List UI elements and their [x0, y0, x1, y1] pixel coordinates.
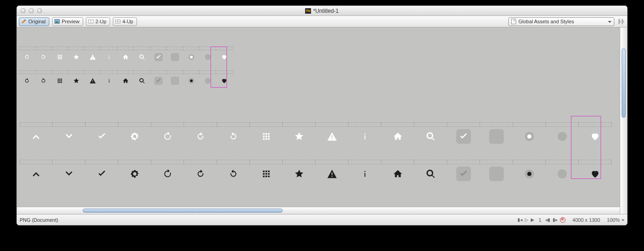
square-sprite[interactable] — [480, 164, 513, 183]
first-page-button[interactable]: ▮◂ — [517, 217, 523, 222]
grip-sprite[interactable] — [52, 50, 68, 64]
close-window-button[interactable] — [21, 8, 26, 13]
info-sprite[interactable] — [101, 50, 117, 64]
check-sprite[interactable] — [85, 164, 118, 183]
grip-sprite[interactable] — [52, 74, 68, 88]
info-sprite[interactable] — [101, 74, 117, 88]
refresh-sprite[interactable] — [151, 164, 184, 183]
minimize-window-button[interactable] — [29, 8, 34, 13]
chev-up-sprite[interactable] — [20, 127, 53, 146]
titlebar: Fw *Untitled-1 — [17, 6, 627, 16]
page-navigator: ▮◂ ▷ ▶ 1 ◂▮ ▮▸ 4000 x 1300 100% — [517, 217, 624, 223]
checkbox-sprite[interactable] — [150, 74, 167, 88]
redo-sprite[interactable] — [19, 74, 35, 88]
gear-sprite[interactable] — [118, 164, 151, 183]
radio-on-sprite[interactable] — [513, 164, 546, 183]
gear-sprite[interactable] — [118, 127, 151, 146]
rounded-square-icon — [456, 129, 471, 144]
tab-preview[interactable]: Preview — [52, 17, 83, 26]
prev-page-button[interactable]: ▷ — [525, 217, 528, 222]
home-sprite[interactable] — [117, 50, 134, 64]
horizontal-scrollbar[interactable] — [17, 207, 620, 214]
rounded-square-icon — [456, 167, 471, 181]
pages-dropdown[interactable]: Global Assets and Styles — [508, 17, 614, 26]
rounded-square-icon — [171, 53, 179, 61]
icon-row-small-white — [19, 50, 232, 64]
icon-row-large-white — [20, 127, 612, 146]
svg-point-15 — [558, 132, 567, 141]
image-icon — [54, 19, 60, 24]
search-sprite[interactable] — [134, 74, 150, 88]
undo-sprite[interactable] — [35, 50, 52, 64]
undo-sprite[interactable] — [217, 164, 250, 183]
svg-point-14 — [527, 134, 531, 138]
square-sprite[interactable] — [167, 74, 183, 88]
view-toolbar: Original Preview 2-Up 4-Up Global Assets… — [17, 16, 627, 27]
next-frame-button[interactable]: ▮▸ — [553, 217, 558, 222]
chev-down-sprite[interactable] — [53, 127, 85, 146]
icon-row-large-black — [20, 164, 612, 183]
home-sprite[interactable] — [381, 127, 414, 146]
export-settings-button[interactable] — [616, 17, 625, 26]
chev-down-sprite[interactable] — [53, 164, 85, 183]
star-sprite[interactable] — [283, 164, 316, 183]
rounded-square-icon — [171, 77, 179, 85]
selection-box-1[interactable] — [571, 116, 601, 179]
info-sprite[interactable] — [348, 127, 381, 146]
two-up-icon — [88, 19, 94, 24]
square-sprite[interactable] — [480, 127, 513, 146]
search-sprite[interactable] — [134, 50, 150, 64]
alert-sprite[interactable] — [84, 50, 101, 64]
svg-rect-1 — [55, 20, 60, 24]
canvas-area — [17, 27, 627, 214]
window-controls — [21, 8, 42, 13]
star-sprite[interactable] — [68, 50, 84, 64]
info-sprite[interactable] — [348, 164, 381, 183]
svg-point-18 — [558, 169, 567, 178]
zoom-level[interactable]: 100% — [607, 217, 624, 223]
rounded-square-icon — [489, 129, 504, 144]
search-sprite[interactable] — [414, 164, 447, 183]
checkbox-sprite[interactable] — [447, 164, 480, 183]
grip-sprite[interactable] — [250, 127, 283, 146]
play-button[interactable]: ▶ — [531, 217, 534, 222]
alert-sprite[interactable] — [316, 164, 348, 183]
undo-sprite[interactable] — [35, 74, 52, 88]
redo-sprite[interactable] — [184, 164, 217, 183]
document-icon — [511, 19, 516, 24]
redo-sprite[interactable] — [184, 127, 217, 146]
radio-on-sprite[interactable] — [183, 50, 200, 64]
star-sprite[interactable] — [283, 127, 316, 146]
vertical-scrollbar[interactable] — [620, 27, 627, 214]
redo-sprite[interactable] — [19, 50, 35, 64]
alert-sprite[interactable] — [84, 74, 101, 88]
zoom-window-button[interactable] — [37, 8, 42, 13]
square-sprite[interactable] — [167, 50, 183, 64]
stop-button[interactable] — [560, 217, 565, 223]
checkbox-sprite[interactable] — [150, 50, 167, 64]
status-bar: PNG (Document) ▮◂ ▷ ▶ 1 ◂▮ ▮▸ 4000 x 130… — [17, 214, 627, 225]
selection-box-0[interactable] — [211, 47, 227, 88]
tab-2up[interactable]: 2-Up — [86, 17, 110, 26]
tab-original[interactable]: Original — [19, 17, 49, 26]
radio-on-sprite[interactable] — [183, 74, 200, 88]
checkbox-sprite[interactable] — [447, 127, 480, 146]
home-sprite[interactable] — [117, 74, 134, 88]
tab-4up[interactable]: 4-Up — [113, 17, 137, 26]
search-sprite[interactable] — [414, 127, 447, 146]
prev-frame-button[interactable]: ◂▮ — [545, 217, 550, 222]
rounded-square-icon — [154, 53, 163, 61]
undo-sprite[interactable] — [217, 127, 250, 146]
grip-sprite[interactable] — [250, 164, 283, 183]
rounded-square-icon — [154, 77, 163, 85]
chev-up-sprite[interactable] — [20, 164, 53, 183]
svg-point-17 — [527, 172, 531, 176]
star-sprite[interactable] — [68, 74, 84, 88]
refresh-sprite[interactable] — [151, 127, 184, 146]
home-sprite[interactable] — [381, 164, 414, 183]
canvas-dimensions: 4000 x 1300 — [572, 217, 600, 223]
check-sprite[interactable] — [85, 127, 118, 146]
radio-on-sprite[interactable] — [513, 127, 546, 146]
canvas[interactable] — [17, 27, 620, 214]
alert-sprite[interactable] — [316, 127, 348, 146]
